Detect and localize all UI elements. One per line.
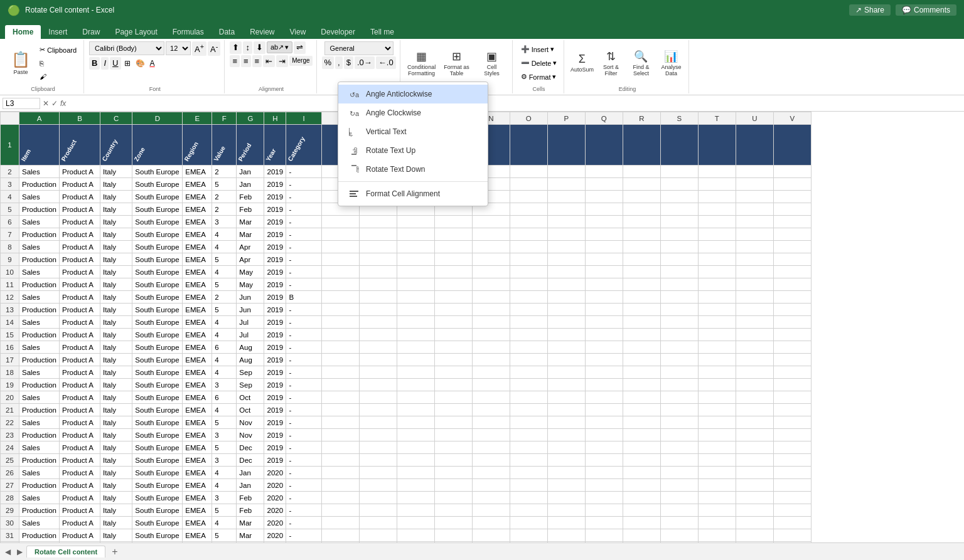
cell-B31[interactable]: Product A [59,529,100,542]
cell-21-8[interactable] [773,241,811,253]
cell-15-24[interactable] [547,441,585,454]
cell-14-17[interactable] [510,354,547,366]
cell-H20[interactable]: 2019 [264,391,286,404]
tab-review[interactable]: Review [242,25,282,39]
cell-F14[interactable]: 4 [212,316,237,329]
cell-21-28[interactable] [773,492,811,504]
cell-17-3[interactable] [623,178,660,191]
cell-15-2[interactable] [547,166,585,178]
cell-19-21[interactable] [698,404,736,416]
cell-15-8[interactable] [547,241,585,253]
cell-G15[interactable]: Jul [237,329,264,341]
cell-C22[interactable]: Italy [100,416,132,429]
cell-14-7[interactable] [510,228,547,241]
cell-20-16[interactable] [736,341,773,354]
cell-B7[interactable]: Product A [59,228,100,241]
cell-17-29[interactable] [623,504,660,517]
cell-14-30[interactable] [510,517,547,529]
cell-A9[interactable]: Production [19,253,60,266]
cell-G6[interactable]: Mar [237,216,264,228]
cell-10-15[interactable] [359,329,397,341]
cell-B11[interactable]: Product A [59,278,100,291]
cell-A26[interactable]: Sales [19,467,60,479]
tab-page-layout[interactable]: Page Layout [107,25,164,39]
cell-17-5[interactable] [623,203,660,216]
cell-D25[interactable]: South Europe [132,454,183,467]
cell-13-22[interactable] [472,416,510,429]
cell-14-3[interactable] [510,178,547,191]
cell-9-22[interactable] [321,416,359,429]
nav-prev-button[interactable]: ◀ [3,546,13,557]
cell-14-23[interactable] [510,429,547,441]
cell-21-15[interactable] [773,329,811,341]
format-cells-button[interactable]: ⚙ Format ▾ [518,71,560,83]
cell-12-31[interactable] [434,529,472,542]
cell-16-22[interactable] [585,416,623,429]
cell-10-8[interactable] [359,241,397,253]
format-painter-button[interactable]: 🖌 [36,70,80,83]
cell-17-8[interactable] [623,241,660,253]
cell-19-28[interactable] [698,492,736,504]
cell-A24[interactable]: Sales [19,441,60,454]
row-header-32[interactable]: 32 [1,542,19,543]
cell-9-30[interactable] [321,517,359,529]
cell-19-32[interactable] [698,542,736,543]
cell-13-21[interactable] [472,404,510,416]
cell-F20[interactable]: 6 [212,391,237,404]
cell-C25[interactable]: Italy [100,454,132,467]
cell-20-3[interactable] [736,178,773,191]
wrap-text-button[interactable]: ⇌ [294,41,306,54]
cell-I5[interactable]: - [286,203,321,216]
cell-E28[interactable]: EMEA [183,492,212,504]
cell-18-28[interactable] [660,492,698,504]
cell-10-32[interactable] [359,542,397,543]
cell-C21[interactable]: Italy [100,404,132,416]
cell-12-13[interactable] [434,304,472,316]
row-header-11[interactable]: 11 [1,278,19,291]
cell-C4[interactable]: Italy [100,191,132,203]
cell-17-20[interactable] [623,391,660,404]
cell-10-10[interactable] [359,266,397,278]
menu-item-angle-anticlockwise[interactable]: ↺ab Angle Anticlockwise [338,85,488,103]
cell-20-12[interactable] [736,291,773,304]
cell-S1[interactable] [660,125,698,166]
cell-14-21[interactable] [510,404,547,416]
cell-10-25[interactable] [359,454,397,467]
cell-C1[interactable]: Country [100,125,132,166]
cell-A25[interactable]: Production [19,454,60,467]
cell-16-10[interactable] [585,266,623,278]
cell-18-23[interactable] [660,429,698,441]
font-name-select[interactable]: Calibri (Body) [89,41,164,55]
cell-A23[interactable]: Production [19,429,60,441]
cell-14-16[interactable] [510,341,547,354]
cell-F27[interactable]: 4 [212,479,237,492]
cell-12-25[interactable] [434,454,472,467]
cell-21-31[interactable] [773,529,811,542]
cell-E4[interactable]: EMEA [183,191,212,203]
cell-14-32[interactable] [510,542,547,543]
cell-18-24[interactable] [660,441,698,454]
cell-10-7[interactable] [359,228,397,241]
cell-20-26[interactable] [736,467,773,479]
cell-12-19[interactable] [434,379,472,391]
cell-F1[interactable]: Value [212,125,237,166]
row-header-17[interactable]: 17 [1,354,19,366]
row-header-23[interactable]: 23 [1,429,19,441]
cell-18-14[interactable] [660,316,698,329]
cell-18-7[interactable] [660,228,698,241]
cell-D14[interactable]: South Europe [132,316,183,329]
sort-filter-button[interactable]: ⇅ Sort & Filter [597,47,624,80]
cell-B8[interactable]: Product A [59,241,100,253]
cell-G13[interactable]: Jun [237,304,264,316]
cell-13-8[interactable] [472,241,510,253]
cell-18-27[interactable] [660,479,698,492]
cell-15-31[interactable] [547,529,585,542]
cell-14-8[interactable] [510,241,547,253]
cell-E5[interactable]: EMEA [183,203,212,216]
cell-19-8[interactable] [698,241,736,253]
cell-11-8[interactable] [397,241,434,253]
cell-16-13[interactable] [585,304,623,316]
find-select-button[interactable]: 🔍 Find & Select [627,47,655,80]
cell-G28[interactable]: Feb [237,492,264,504]
cell-E16[interactable]: EMEA [183,341,212,354]
